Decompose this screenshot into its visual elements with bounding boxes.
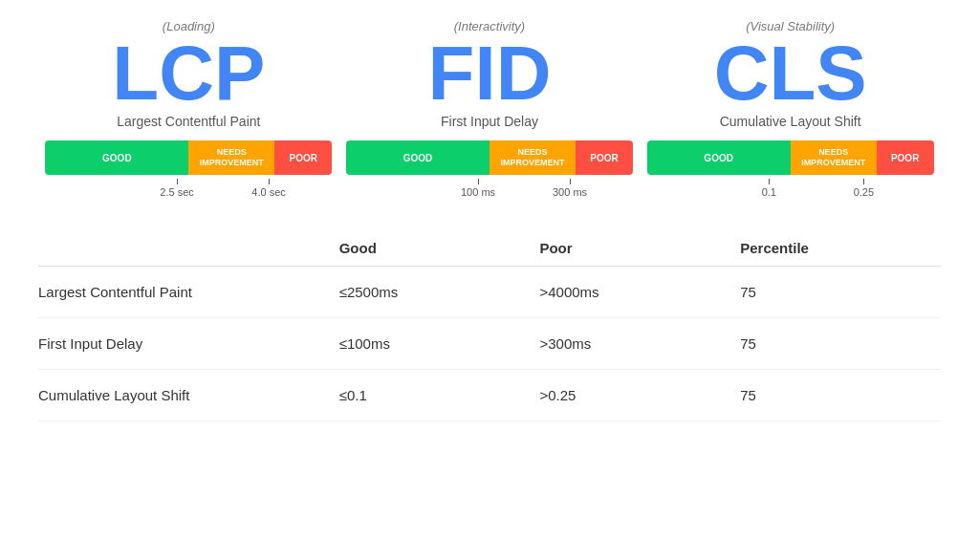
cls-marker2: 0.25	[854, 179, 874, 198]
cls-card: (Visual Stability) CLS Cumulative Layout…	[647, 19, 934, 202]
row-fid-good: ≤100ms	[339, 335, 540, 352]
header-metric	[38, 240, 339, 256]
cls-bar-needs: NEEDSIMPROVEMENT	[791, 140, 877, 175]
fid-acronym: FID	[428, 35, 552, 112]
row-cls-metric: Cumulative Layout Shift	[38, 387, 339, 403]
row-lcp-percentile: 75	[740, 284, 941, 300]
row-lcp-metric: Largest Contentful Paint	[38, 284, 339, 300]
fid-markers: 100 ms 300 ms	[346, 179, 633, 202]
fid-bar-container: GOOD NEEDSIMPROVEMENT POOR 100 ms 300 ms	[346, 140, 633, 202]
lcp-bar-container: GOOD NEEDSIMPROVEMENT POOR 2.5 sec 4.0 s…	[45, 140, 332, 202]
fid-bar-needs: NEEDSIMPROVEMENT	[490, 140, 576, 175]
cls-acronym: CLS	[714, 35, 867, 112]
cls-marker1: 0.1	[762, 179, 776, 198]
fid-card: (Interactivity) FID First Input Delay GO…	[346, 19, 633, 202]
row-cls-poor: >0.25	[539, 387, 740, 403]
lcp-acronym: LCP	[112, 35, 265, 112]
cls-bar: GOOD NEEDSIMPROVEMENT POOR	[647, 140, 934, 175]
row-fid-percentile: 75	[740, 335, 941, 352]
metrics-table: Good Poor Percentile Largest Contentful …	[38, 230, 941, 421]
fid-marker2: 300 ms	[553, 179, 587, 198]
row-lcp-good: ≤2500ms	[339, 284, 540, 300]
lcp-marker2: 4.0 sec	[251, 179, 285, 198]
cls-bar-container: GOOD NEEDSIMPROVEMENT POOR 0.1 0.25	[647, 140, 934, 202]
row-cls-percentile: 75	[740, 387, 941, 403]
lcp-marker1: 2.5 sec	[160, 179, 193, 198]
metrics-overview: (Loading) LCP Largest Contentful Paint G…	[38, 19, 941, 202]
row-fid-poor: >300ms	[539, 335, 740, 352]
fid-marker1: 100 ms	[461, 179, 495, 198]
fid-bar-poor: POOR	[576, 140, 633, 175]
lcp-bar-poor: POOR	[274, 140, 332, 175]
lcp-bar-good: GOOD	[45, 140, 188, 175]
table-header-row: Good Poor Percentile	[38, 230, 941, 267]
header-poor: Poor	[539, 240, 740, 256]
lcp-name: Largest Contentful Paint	[117, 114, 260, 129]
header-percentile: Percentile	[740, 240, 941, 256]
table-row: Cumulative Layout Shift ≤0.1 >0.25 75	[38, 370, 941, 421]
row-cls-good: ≤0.1	[339, 387, 540, 403]
cls-bar-good: GOOD	[647, 140, 791, 175]
row-fid-metric: First Input Delay	[38, 335, 339, 352]
cls-name: Cumulative Layout Shift	[720, 114, 861, 129]
fid-bar-good: GOOD	[346, 140, 490, 175]
lcp-card: (Loading) LCP Largest Contentful Paint G…	[45, 19, 332, 202]
lcp-bar-needs: NEEDSIMPROVEMENT	[188, 140, 274, 175]
lcp-bar: GOOD NEEDSIMPROVEMENT POOR	[45, 140, 332, 175]
table-row: First Input Delay ≤100ms >300ms 75	[38, 318, 941, 370]
header-good: Good	[339, 240, 540, 256]
table-row: Largest Contentful Paint ≤2500ms >4000ms…	[38, 267, 941, 318]
lcp-markers: 2.5 sec 4.0 sec	[45, 179, 332, 202]
cls-bar-poor: POOR	[877, 140, 934, 175]
fid-bar: GOOD NEEDSIMPROVEMENT POOR	[346, 140, 633, 175]
row-lcp-poor: >4000ms	[539, 284, 740, 300]
cls-markers: 0.1 0.25	[647, 179, 934, 202]
fid-name: First Input Delay	[441, 114, 538, 129]
